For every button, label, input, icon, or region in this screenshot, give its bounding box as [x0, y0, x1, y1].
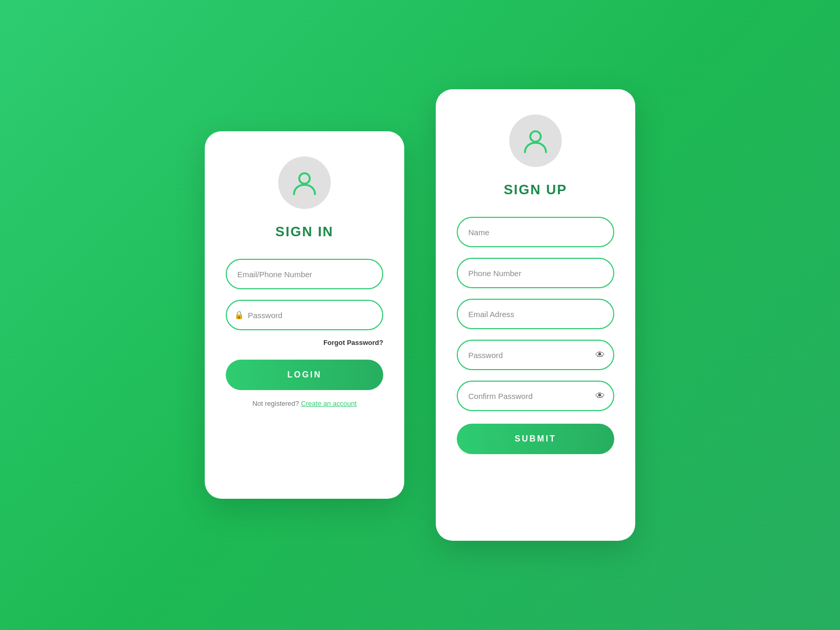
signup-avatar — [509, 114, 562, 167]
signup-link-row: Not registered? Create an account — [253, 400, 357, 407]
signup-password-input[interactable] — [457, 340, 614, 370]
svg-point-0 — [299, 173, 310, 184]
submit-button[interactable]: SUBMIT — [457, 424, 614, 454]
signin-card: SIGN IN 🔒 Forgot Password? LOGIN Not reg… — [205, 131, 404, 499]
signup-password-wrapper: 👁 — [457, 340, 614, 370]
login-button[interactable]: LOGIN — [226, 360, 383, 390]
name-input[interactable] — [457, 217, 614, 247]
create-account-link[interactable]: Create an account — [301, 400, 356, 407]
confirm-password-eye-icon[interactable]: 👁 — [595, 391, 605, 402]
signin-password-input[interactable] — [226, 300, 383, 330]
name-input-wrapper — [457, 217, 614, 247]
signup-title: SIGN UP — [504, 182, 568, 198]
signin-form: 🔒 Forgot Password? — [226, 259, 383, 347]
confirm-password-wrapper: 👁 — [457, 381, 614, 411]
signup-card: SIGN UP 👁 👁 SUBMIT — [436, 89, 635, 541]
forgot-password-link[interactable]: Forgot Password? — [323, 339, 383, 346]
email-phone-input[interactable] — [226, 259, 383, 289]
email-input-wrapper-signup — [457, 299, 614, 329]
signin-title: SIGN IN — [276, 224, 334, 240]
password-eye-icon[interactable]: 👁 — [595, 350, 605, 361]
svg-point-1 — [530, 131, 541, 142]
email-input-wrapper — [226, 259, 383, 289]
signup-email-input[interactable] — [457, 299, 614, 329]
signup-form: 👁 👁 — [457, 217, 614, 411]
forgot-password-row: Forgot Password? — [226, 338, 383, 347]
phone-input[interactable] — [457, 258, 614, 288]
lock-icon: 🔒 — [234, 310, 244, 320]
phone-input-wrapper — [457, 258, 614, 288]
confirm-password-input[interactable] — [457, 381, 614, 411]
signin-avatar — [278, 156, 331, 209]
password-input-wrapper: 🔒 — [226, 300, 383, 330]
cards-container: SIGN IN 🔒 Forgot Password? LOGIN Not reg… — [205, 89, 635, 541]
not-registered-text: Not registered? — [253, 400, 299, 407]
